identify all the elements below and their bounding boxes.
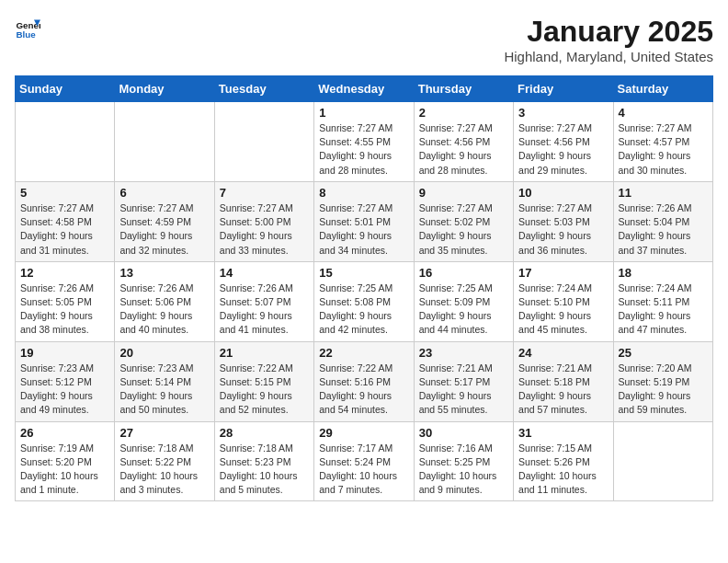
day-number: 8	[319, 186, 408, 200]
day-number: 18	[619, 266, 708, 280]
calendar-cell	[214, 102, 313, 182]
day-info: Sunrise: 7:25 AM Sunset: 5:09 PM Dayligh…	[419, 282, 508, 338]
calendar-cell: 23Sunrise: 7:21 AM Sunset: 5:17 PM Dayli…	[414, 341, 513, 421]
day-info: Sunrise: 7:15 AM Sunset: 5:26 PM Dayligh…	[518, 442, 608, 498]
calendar-cell: 21Sunrise: 7:22 AM Sunset: 5:15 PM Dayli…	[214, 341, 313, 421]
day-info: Sunrise: 7:21 AM Sunset: 5:17 PM Dayligh…	[419, 362, 508, 418]
weekday-header-friday: Friday	[514, 76, 613, 102]
day-info: Sunrise: 7:16 AM Sunset: 5:25 PM Dayligh…	[419, 442, 508, 498]
calendar-cell: 11Sunrise: 7:26 AM Sunset: 5:04 PM Dayli…	[613, 181, 712, 261]
day-number: 17	[518, 266, 608, 280]
day-info: Sunrise: 7:22 AM Sunset: 5:15 PM Dayligh…	[220, 362, 309, 418]
day-number: 22	[319, 346, 408, 360]
day-info: Sunrise: 7:27 AM Sunset: 5:03 PM Dayligh…	[518, 201, 608, 258]
day-number: 19	[20, 346, 109, 360]
day-number: 12	[20, 266, 109, 280]
day-info: Sunrise: 7:27 AM Sunset: 4:59 PM Dayligh…	[119, 201, 209, 258]
day-info: Sunrise: 7:27 AM Sunset: 4:57 PM Dayligh…	[619, 121, 708, 178]
calendar-cell: 13Sunrise: 7:26 AM Sunset: 5:06 PM Dayli…	[115, 261, 214, 341]
day-info: Sunrise: 7:23 AM Sunset: 5:12 PM Dayligh…	[20, 362, 109, 418]
day-info: Sunrise: 7:27 AM Sunset: 4:56 PM Dayligh…	[518, 121, 608, 178]
day-number: 26	[20, 426, 109, 440]
day-number: 4	[619, 106, 708, 120]
weekday-header-thursday: Thursday	[414, 76, 513, 102]
day-info: Sunrise: 7:27 AM Sunset: 5:02 PM Dayligh…	[419, 201, 508, 258]
calendar-cell	[613, 421, 712, 501]
weekday-header-saturday: Saturday	[613, 76, 712, 102]
calendar-cell: 20Sunrise: 7:23 AM Sunset: 5:14 PM Dayli…	[115, 341, 214, 421]
calendar-cell: 28Sunrise: 7:18 AM Sunset: 5:23 PM Dayli…	[214, 421, 313, 501]
day-info: Sunrise: 7:17 AM Sunset: 5:24 PM Dayligh…	[319, 442, 408, 498]
calendar-cell: 26Sunrise: 7:19 AM Sunset: 5:20 PM Dayli…	[16, 421, 115, 501]
page-header: General Blue January 2025 Highland, Mary…	[15, 15, 713, 64]
day-info: Sunrise: 7:27 AM Sunset: 5:01 PM Dayligh…	[319, 201, 408, 258]
calendar-cell: 27Sunrise: 7:18 AM Sunset: 5:22 PM Dayli…	[115, 421, 214, 501]
weekday-header-wednesday: Wednesday	[314, 76, 414, 102]
day-number: 13	[119, 266, 209, 280]
calendar-table: SundayMondayTuesdayWednesdayThursdayFrid…	[15, 75, 713, 501]
calendar-cell: 7Sunrise: 7:27 AM Sunset: 5:00 PM Daylig…	[214, 181, 313, 261]
day-number: 20	[119, 346, 209, 360]
day-number: 25	[619, 346, 708, 360]
calendar-cell: 19Sunrise: 7:23 AM Sunset: 5:12 PM Dayli…	[16, 341, 115, 421]
calendar-cell: 4Sunrise: 7:27 AM Sunset: 4:57 PM Daylig…	[613, 102, 712, 182]
calendar-cell	[16, 102, 115, 182]
day-info: Sunrise: 7:19 AM Sunset: 5:20 PM Dayligh…	[20, 442, 109, 498]
calendar-cell: 9Sunrise: 7:27 AM Sunset: 5:02 PM Daylig…	[414, 181, 513, 261]
title-block: January 2025 Highland, Maryland, United …	[504, 15, 713, 64]
day-info: Sunrise: 7:27 AM Sunset: 4:58 PM Dayligh…	[20, 201, 109, 258]
weekday-header-sunday: Sunday	[16, 76, 115, 102]
week-row-2: 5Sunrise: 7:27 AM Sunset: 4:58 PM Daylig…	[16, 181, 713, 261]
calendar-cell: 29Sunrise: 7:17 AM Sunset: 5:24 PM Dayli…	[314, 421, 414, 501]
month-title: January 2025	[504, 15, 713, 49]
week-row-5: 26Sunrise: 7:19 AM Sunset: 5:20 PM Dayli…	[16, 421, 713, 501]
day-info: Sunrise: 7:20 AM Sunset: 5:19 PM Dayligh…	[619, 362, 708, 418]
logo-icon: General Blue	[15, 15, 40, 40]
weekday-header-monday: Monday	[115, 76, 214, 102]
week-row-1: 1Sunrise: 7:27 AM Sunset: 4:55 PM Daylig…	[16, 102, 713, 182]
calendar-cell: 24Sunrise: 7:21 AM Sunset: 5:18 PM Dayli…	[514, 341, 613, 421]
day-info: Sunrise: 7:27 AM Sunset: 4:55 PM Dayligh…	[319, 121, 408, 178]
day-info: Sunrise: 7:27 AM Sunset: 4:56 PM Dayligh…	[419, 121, 508, 178]
day-number: 1	[319, 106, 408, 120]
day-number: 23	[419, 346, 508, 360]
calendar-cell: 17Sunrise: 7:24 AM Sunset: 5:10 PM Dayli…	[514, 261, 613, 341]
day-info: Sunrise: 7:18 AM Sunset: 5:23 PM Dayligh…	[220, 442, 309, 498]
day-number: 16	[419, 266, 508, 280]
calendar-cell: 16Sunrise: 7:25 AM Sunset: 5:09 PM Dayli…	[414, 261, 513, 341]
location-subtitle: Highland, Maryland, United States	[504, 49, 713, 64]
day-number: 11	[619, 186, 708, 200]
day-number: 15	[319, 266, 408, 280]
calendar-cell: 18Sunrise: 7:24 AM Sunset: 5:11 PM Dayli…	[613, 261, 712, 341]
day-number: 28	[220, 426, 309, 440]
weekday-header-tuesday: Tuesday	[214, 76, 313, 102]
calendar-cell: 15Sunrise: 7:25 AM Sunset: 5:08 PM Dayli…	[314, 261, 414, 341]
week-row-4: 19Sunrise: 7:23 AM Sunset: 5:12 PM Dayli…	[16, 341, 713, 421]
calendar-cell: 25Sunrise: 7:20 AM Sunset: 5:19 PM Dayli…	[613, 341, 712, 421]
day-info: Sunrise: 7:22 AM Sunset: 5:16 PM Dayligh…	[319, 362, 408, 418]
calendar-cell: 14Sunrise: 7:26 AM Sunset: 5:07 PM Dayli…	[214, 261, 313, 341]
day-info: Sunrise: 7:26 AM Sunset: 5:05 PM Dayligh…	[20, 282, 109, 338]
day-info: Sunrise: 7:23 AM Sunset: 5:14 PM Dayligh…	[119, 362, 209, 418]
day-number: 9	[419, 186, 508, 200]
day-info: Sunrise: 7:24 AM Sunset: 5:10 PM Dayligh…	[518, 282, 608, 338]
svg-text:Blue: Blue	[16, 29, 36, 40]
calendar-cell: 1Sunrise: 7:27 AM Sunset: 4:55 PM Daylig…	[314, 102, 414, 182]
day-info: Sunrise: 7:21 AM Sunset: 5:18 PM Dayligh…	[518, 362, 608, 418]
day-number: 29	[319, 426, 408, 440]
day-number: 2	[419, 106, 508, 120]
calendar-cell: 31Sunrise: 7:15 AM Sunset: 5:26 PM Dayli…	[514, 421, 613, 501]
calendar-cell: 8Sunrise: 7:27 AM Sunset: 5:01 PM Daylig…	[314, 181, 414, 261]
day-number: 21	[220, 346, 309, 360]
day-number: 10	[518, 186, 608, 200]
calendar-cell: 2Sunrise: 7:27 AM Sunset: 4:56 PM Daylig…	[414, 102, 513, 182]
day-number: 3	[518, 106, 608, 120]
calendar-cell	[115, 102, 214, 182]
calendar-cell: 6Sunrise: 7:27 AM Sunset: 4:59 PM Daylig…	[115, 181, 214, 261]
day-info: Sunrise: 7:26 AM Sunset: 5:06 PM Dayligh…	[119, 282, 209, 338]
calendar-cell: 10Sunrise: 7:27 AM Sunset: 5:03 PM Dayli…	[514, 181, 613, 261]
logo: General Blue	[15, 15, 40, 40]
day-number: 14	[220, 266, 309, 280]
day-number: 30	[419, 426, 508, 440]
calendar-cell: 3Sunrise: 7:27 AM Sunset: 4:56 PM Daylig…	[514, 102, 613, 182]
